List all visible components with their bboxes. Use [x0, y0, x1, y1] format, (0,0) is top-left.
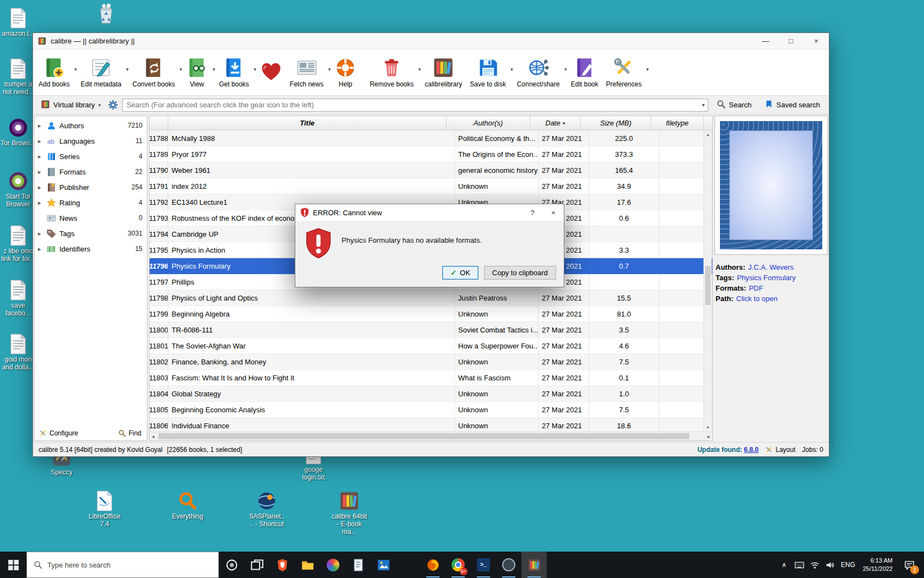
chevron-down-icon[interactable]: ▾	[180, 67, 183, 72]
desktop-icon-start-tor-browser[interactable]: Start Tor Browser	[0, 170, 37, 209]
donate-button[interactable]	[257, 51, 287, 94]
view-button[interactable]: View ▾	[183, 51, 216, 94]
desktop-icon-sasplanet[interactable]: SASPlanet.... - Shortcut	[248, 489, 286, 528]
sidebar-item-news[interactable]: ▸ News 0	[35, 210, 147, 226]
taskbar-app-dark[interactable]	[496, 552, 521, 578]
expand-icon[interactable]: ▸	[38, 138, 43, 145]
chevron-down-icon[interactable]: ▾	[646, 67, 649, 72]
saved-search-button[interactable]: Saved search	[760, 98, 825, 112]
table-row[interactable]: 11800 TR-6086-111 Soviet Combat Tactics …	[150, 322, 712, 338]
configure-button[interactable]: Configure	[39, 429, 78, 437]
table-row[interactable]: 11791 index 2012 Unknown 27 Mar 2021 34.…	[150, 178, 712, 194]
table-row[interactable]: 11803 Fascism: What It Is and How to Fig…	[150, 370, 712, 386]
edit-metadata-button[interactable]: Edit metadata ▾	[78, 51, 129, 94]
clock[interactable]: 6:13 AM 25/11/2022	[858, 557, 898, 573]
library-button[interactable]: calibrelibrary	[421, 51, 466, 94]
remove-books-button[interactable]: Remove books ▾	[366, 51, 421, 94]
desktop-icon-everything[interactable]: Everything	[168, 489, 207, 521]
taskbar-chrome[interactable]: 9+	[446, 552, 471, 578]
expand-icon[interactable]: ▸	[38, 122, 43, 129]
dialog-titlebar[interactable]: ERROR: Cannot view ? ×	[295, 204, 564, 221]
taskbar-file-explorer[interactable]	[295, 552, 320, 578]
chevron-down-icon[interactable]: ▾	[213, 67, 216, 72]
task-view-button[interactable]	[244, 552, 270, 578]
connect-share-button[interactable]: Connect/share ▾	[514, 51, 568, 94]
search-button[interactable]: Search	[712, 98, 756, 112]
desktop-icon-amazon[interactable]: amazon.t...	[0, 7, 37, 38]
table-row[interactable]: 11788 McNally 1988 Political Economy & t…	[150, 130, 712, 146]
table-row[interactable]: 11805 Beginning Economic Analysis Unknow…	[150, 402, 712, 418]
copy-to-clipboard-button[interactable]: Copy to clipboard	[484, 266, 556, 280]
sidebar-item-publisher[interactable]: ▸ Publisher 254	[35, 179, 147, 195]
scroll-left-icon[interactable]: ◂	[152, 434, 155, 439]
fetch-news-button[interactable]: Fetch news ▾	[287, 51, 331, 94]
sidebar-item-identifiers[interactable]: ▸ Identifiers 15	[35, 241, 147, 257]
expand-icon[interactable]: ▸	[38, 230, 43, 237]
close-button[interactable]: ×	[804, 33, 829, 49]
taskbar-search[interactable]: Type here to search	[26, 552, 219, 578]
recycle-bin-icon[interactable]	[87, 2, 125, 24]
expand-icon[interactable]: ▸	[38, 184, 43, 191]
convert-books-button[interactable]: Convert books ▾	[129, 51, 183, 94]
jobs-indicator[interactable]: Jobs: 0	[802, 446, 823, 454]
minimize-button[interactable]: —	[753, 33, 778, 49]
desktop-icon-gold-money[interactable]: gold mon and dolla...	[0, 332, 37, 372]
book-cover[interactable]	[714, 116, 828, 255]
window-titlebar[interactable]: calibre — || calibrelibrary || — □ ×	[33, 33, 829, 50]
header-filetype[interactable]: filetype	[651, 116, 704, 130]
scroll-down-icon[interactable]: ▾	[707, 425, 709, 430]
taskbar-photos[interactable]	[371, 552, 396, 578]
taskbar-powershell[interactable]: >_	[471, 552, 496, 578]
update-version-link[interactable]: 6.8.0	[744, 446, 759, 454]
desktop-icon-zlib-link[interactable]: z libe onic link for tor...	[0, 224, 37, 263]
desktop-icon-trumpet[interactable]: trumpet a not need...	[0, 57, 37, 96]
chevron-down-icon[interactable]: ▾	[564, 67, 567, 72]
horizontal-scrollbar[interactable]: ◂ ▸	[150, 432, 712, 440]
taskbar-app-colorwheel[interactable]	[320, 552, 345, 578]
taskbar-brave[interactable]	[270, 552, 295, 578]
table-row[interactable]: 11802 Finance, Banking, and Money Unknow…	[150, 354, 712, 370]
sidebar-item-series[interactable]: ▸ Series 4	[35, 149, 147, 164]
scroll-up-icon[interactable]: ▴	[707, 132, 709, 137]
taskbar-notepad[interactable]	[345, 552, 371, 578]
path-link[interactable]: Click to open	[736, 294, 778, 304]
virtual-library-button[interactable]: Virtual library ▾	[37, 98, 104, 112]
sidebar-item-rating[interactable]: ▸ Rating 4	[35, 195, 147, 210]
edit-book-button[interactable]: Edit book	[568, 51, 603, 94]
table-row[interactable]: 11801 The Soviet-Afghan War How a Superp…	[150, 338, 712, 354]
table-row[interactable]: 11798 Physics of Light and Optics Justin…	[150, 290, 712, 306]
expand-icon[interactable]: ▸	[38, 199, 43, 206]
start-button[interactable]	[0, 552, 26, 578]
tag-link[interactable]: Physics Formulary	[737, 273, 796, 283]
add-books-button[interactable]: Add books ▾	[35, 51, 78, 94]
table-row[interactable]: 11804 Global Strategy Unknown 27 Mar 202…	[150, 386, 712, 402]
table-row[interactable]: 11790 Weber 1961 general economic histor…	[150, 162, 712, 178]
preferences-button[interactable]: Preferences ▾	[603, 51, 650, 94]
layout-button[interactable]: Layout	[765, 446, 795, 454]
header-size[interactable]: Size (MB)	[581, 116, 651, 130]
touch-keyboard-icon[interactable]	[792, 552, 807, 578]
search-input[interactable]	[123, 101, 698, 109]
table-row[interactable]: 11799 Beginning Algebra Unknown 27 Mar 2…	[150, 306, 712, 322]
table-row[interactable]: 11806 Individual Finance Unknown 27 Mar …	[150, 418, 712, 432]
scrollbar-thumb[interactable]	[705, 266, 711, 305]
taskbar-calibre[interactable]	[521, 552, 547, 578]
expand-icon[interactable]: ▸	[38, 153, 43, 160]
dialog-help-button[interactable]: ?	[522, 204, 543, 221]
dialog-close-button[interactable]: ×	[543, 204, 564, 221]
chevron-down-icon[interactable]: ▾	[419, 67, 421, 72]
sidebar-item-languages[interactable]: ▸ ab Languages 11	[35, 133, 147, 149]
table-row[interactable]: 11789 Pryor 1977 The Origins of the Econ…	[150, 146, 712, 162]
chevron-down-icon[interactable]: ▾	[126, 67, 129, 72]
expand-icon[interactable]: ▸	[38, 246, 43, 253]
header-authors[interactable]: Author(s)	[447, 116, 530, 130]
sidebar-item-formats[interactable]: ▸ Formats 22	[35, 164, 147, 179]
tray-chevron-up-icon[interactable]: ∧	[777, 552, 792, 578]
maximize-button[interactable]: □	[778, 33, 804, 49]
header-title[interactable]: Title	[168, 116, 447, 130]
language-indicator[interactable]: ENG	[838, 561, 858, 569]
sidebar-item-tags[interactable]: ▸ Tags 3031	[35, 226, 147, 241]
format-link[interactable]: PDF	[749, 283, 763, 294]
ok-button[interactable]: ✓ OK	[442, 266, 479, 280]
volume-icon[interactable]	[823, 552, 838, 578]
